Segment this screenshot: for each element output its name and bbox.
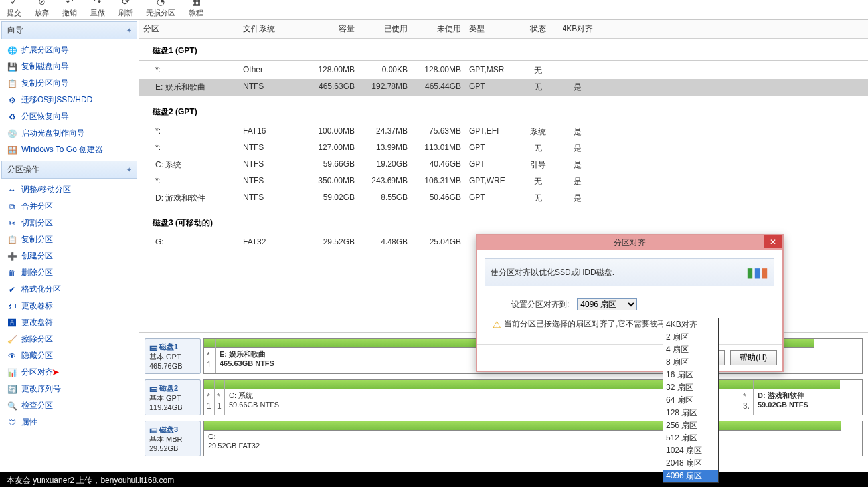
check-partition[interactable]: 🔍检查分区 [0,397,139,414]
table-row[interactable]: *:NTFS350.00MB243.69MB106.31MBGPT,WRE无是 [139,173,868,190]
dropdown-option[interactable]: 1024 扇区 [663,444,718,457]
tutorial-button[interactable]: ▦教程 [189,0,203,18]
align-partition[interactable]: 📊分区对齐➤ [0,364,139,381]
partition-segment[interactable]: *1 [204,339,216,373]
ops-section-header[interactable]: 分区操作 ✦ [1,161,137,179]
col-partition[interactable]: 分区 [139,22,239,36]
dropdown-option[interactable]: 8 扇区 [663,356,718,369]
chevron-up-icon: ✦ [126,166,131,173]
change-serial-icon: 🔄 [7,384,17,395]
align-dropdown[interactable]: 4KB对齐2 扇区4 扇区8 扇区16 扇区32 扇区64 扇区128 扇区25… [663,318,719,483]
undo-button-icon: ↶ [63,0,76,8]
help-button[interactable]: 帮助(H) [730,350,777,365]
delete-partition[interactable]: 🗑删除分区 [0,264,139,281]
disk-box[interactable]: 磁盘3基本 MBR29.52GB [145,421,201,456]
partition-segment[interactable]: *3. [740,380,754,415]
properties[interactable]: 🛡属性 [0,414,139,431]
migrate-os-wizard-icon: ⚙ [7,95,17,106]
dropdown-option[interactable]: 128 扇区 [663,407,718,419]
format-partition-icon: ✔ [7,284,17,295]
dropdown-option[interactable]: 2048 扇区 [663,457,718,470]
refresh-button-icon: ⟳ [119,0,132,8]
change-letter[interactable]: 🅰更改盘符 [0,314,139,331]
table-row[interactable]: *:NTFS127.00MB13.99MB113.01MBGPT无是 [139,140,868,157]
change-letter-icon: 🅰 [7,318,17,328]
boot-disc-wizard[interactable]: 💿启动光盘制作向导 [0,125,139,142]
table-row[interactable]: E: 娱乐和歌曲NTFS465.63GB192.78MB465.44GBGPT无… [139,79,868,96]
nav-label: 更改盘符 [21,317,53,328]
nav-label: 分区对齐 [21,367,53,378]
nav-label: 格式化分区 [21,284,61,295]
align-select[interactable]: 4096 扇区 [577,298,637,310]
lossless-button[interactable]: ◔无损分区 [146,0,175,18]
split-partition[interactable]: ✂切割分区 [0,215,139,231]
undo-button[interactable]: ↶撤销 [62,0,77,18]
dropdown-option[interactable]: 512 扇区 [663,432,718,444]
migrate-os-wizard[interactable]: ⚙迁移OS到SSD/HDD [0,92,139,108]
dialog-info-text: 使分区对齐以优化SSD或HDD磁盘. [491,267,614,278]
close-icon[interactable]: ✕ [764,235,782,248]
dropdown-option[interactable]: 4096 扇区 [663,470,718,482]
disk-group-title: 磁盘1 (GPT) [139,43,868,59]
disk-visual-row[interactable]: 磁盘3基本 MBR29.52GBG:29.52GB FAT32 [145,421,863,456]
discard-button[interactable]: ⊘放弃 [35,0,49,18]
copy-partition-wizard[interactable]: 📋复制分区向导 [0,75,139,92]
resize-move-partition[interactable]: ↔调整/移动分区 [0,181,139,198]
disk-box[interactable]: 磁盘1基本 GPT465.76GB [145,338,201,374]
dropdown-option[interactable]: 64 扇区 [663,394,718,407]
nav-label: 启动光盘制作向导 [21,128,85,139]
partition-recovery-wizard[interactable]: ♻分区恢复向导 [0,108,139,125]
table-row[interactable]: C: 系统NTFS59.66GB19.20GB40.46GBGPT引导是 [139,157,868,173]
partition-segment[interactable]: C: 系统59.66GB NTFS [225,380,703,415]
nav-label: 分区恢复向导 [21,111,69,122]
toolbar-label: 教程 [189,8,203,18]
dropdown-option[interactable]: 4 扇区 [663,343,718,356]
disk-visual-row[interactable]: 磁盘2基本 GPT119.24GB*1*1C: 系统59.66GB NTFS*1… [145,379,863,415]
col-4k[interactable]: 4KB对齐 [558,22,598,36]
col-filesystem[interactable]: 文件系统 [239,22,299,36]
nav-label: 创建分区 [21,250,53,262]
wizard-section-header[interactable]: 向导 ✦ [1,21,137,39]
create-partition[interactable]: ➕创建分区 [0,248,139,264]
nav-label: 擦除分区 [21,334,53,345]
col-capacity[interactable]: 容量 [299,22,359,36]
extend-partition-wizard[interactable]: 🌐扩展分区向导 [0,42,139,58]
copy-partition-wizard-icon: 📋 [7,78,17,89]
windows-to-go-creator[interactable]: 🪟Windows To Go 创建器 [0,142,139,158]
dropdown-option[interactable]: 2 扇区 [663,331,718,343]
dropdown-option[interactable]: 4KB对齐 [663,318,718,331]
merge-partition[interactable]: ⧉合并分区 [0,198,139,215]
copy-partition[interactable]: 📋复制分区 [0,231,139,248]
table-row[interactable]: D: 游戏和软件NTFS59.02GB8.55GB50.46GBGPT无是 [139,190,868,207]
toolbar-label: 刷新 [118,8,133,18]
commit-button[interactable]: ✓提交 [7,0,21,18]
partition-segment[interactable]: *1 [204,380,215,415]
dropdown-option[interactable]: 32 扇区 [663,381,718,394]
disk-box[interactable]: 磁盘2基本 GPT119.24GB [145,379,201,415]
table-row[interactable]: *:FAT16100.00MB24.37MB75.63MBGPT,EFI系统是 [139,124,868,140]
partition-segment[interactable]: D: 游戏和软件59.02GB NTFS [754,380,840,415]
toolbar-label: 重做 [90,8,105,18]
col-used[interactable]: 已使用 [359,22,412,36]
warning-icon: ⚠ [493,319,501,330]
partition-segment[interactable]: *1 [215,380,225,415]
grid-header: 分区 文件系统 容量 已使用 未使用 类型 状态 4KB对齐 [139,20,868,39]
dropdown-option[interactable]: 256 扇区 [663,419,718,432]
col-status[interactable]: 状态 [518,22,558,36]
redo-button[interactable]: ↷重做 [90,0,105,18]
copy-disk-wizard[interactable]: 💾复制磁盘向导 [0,58,139,75]
refresh-button[interactable]: ⟳刷新 [118,0,133,18]
dropdown-option[interactable]: 16 扇区 [663,369,718,381]
format-partition[interactable]: ✔格式化分区 [0,281,139,298]
table-row[interactable]: *:Other128.00MB0.00KB128.00MBGPT,MSR无 [139,62,868,79]
toolbar-label: 无损分区 [146,8,175,18]
wipe-partition[interactable]: 🧹擦除分区 [0,331,139,347]
col-type[interactable]: 类型 [465,22,518,36]
col-unused[interactable]: 未使用 [412,22,465,36]
change-serial[interactable]: 🔄更改序列号 [0,381,139,397]
hide-partition[interactable]: 👁隐藏分区 [0,347,139,364]
nav-label: 复制分区 [21,234,53,245]
partition-segment[interactable]: G:29.52GB FAT32 [204,421,841,456]
change-label[interactable]: 🏷更改卷标 [0,298,139,314]
dialog-titlebar[interactable]: 分区对齐 ✕ [477,235,782,250]
